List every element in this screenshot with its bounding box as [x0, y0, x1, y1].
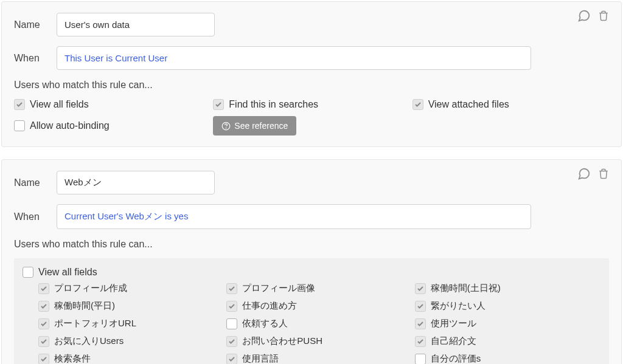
field-option: 自己紹介文: [415, 335, 600, 347]
name-row: Name: [14, 171, 609, 194]
see-reference-label: See reference: [234, 121, 288, 131]
field-option: 使用ツール: [415, 318, 600, 329]
field-checkbox[interactable]: [415, 301, 426, 312]
view-attached-checkbox[interactable]: [412, 99, 423, 110]
subtitle: Users who match this rule can...: [14, 239, 609, 250]
when-expression[interactable]: Current User's Webメン is yes: [57, 204, 531, 229]
field-checkbox[interactable]: [415, 336, 426, 347]
field-checkbox[interactable]: [38, 301, 49, 312]
field-option: 検索条件: [38, 353, 224, 364]
field-label: 繋がりたい人: [431, 300, 486, 312]
field-checkbox[interactable]: [226, 283, 237, 294]
field-checkbox[interactable]: [38, 318, 49, 329]
when-expression[interactable]: This User is Current User: [57, 46, 531, 70]
field-checkbox[interactable]: [226, 336, 237, 347]
field-checkbox[interactable]: [415, 318, 426, 329]
trash-icon[interactable]: [598, 168, 609, 179]
field-label: 自分の評価s: [431, 353, 481, 364]
view-all-fields-checkbox[interactable]: [23, 267, 33, 278]
field-checkbox[interactable]: [415, 283, 426, 294]
name-row: Name: [14, 13, 609, 36]
field-label: 仕事の進め方: [242, 300, 297, 312]
fields-box: View all fields プロフィール作成プロフィール画像稼働時間(土日祝…: [14, 258, 609, 364]
field-option: 仕事の進め方: [226, 300, 412, 312]
view-all-fields-option: View all fields: [23, 267, 600, 278]
field-option: 繋がりたい人: [415, 300, 600, 312]
field-label: ポートフォリオURL: [54, 318, 136, 329]
comment-icon[interactable]: [577, 167, 591, 180]
field-checkbox[interactable]: [38, 336, 49, 347]
subtitle: Users who match this rule can...: [14, 80, 609, 91]
field-option: お問い合わせPUSH: [226, 335, 412, 347]
when-row: When This User is Current User: [14, 46, 609, 70]
field-option: プロフィール画像: [226, 283, 412, 294]
find-in-searches-label: Find this in searches: [229, 99, 318, 110]
field-checkbox[interactable]: [226, 318, 237, 329]
field-checkbox[interactable]: [415, 354, 426, 365]
see-reference-button[interactable]: See reference: [213, 116, 296, 136]
view-all-fields-checkbox[interactable]: [14, 99, 25, 110]
field-label: お問い合わせPUSH: [242, 335, 322, 347]
field-label: 依頼する人: [242, 318, 288, 329]
field-option: 自分の評価s: [415, 353, 600, 364]
auto-binding-option: Allow auto-binding: [14, 120, 211, 131]
panel-actions: [577, 167, 609, 180]
field-checkbox[interactable]: [38, 354, 49, 365]
comment-icon[interactable]: [577, 9, 591, 22]
field-label: お気に入りUsers: [54, 335, 124, 347]
field-label: 使用言語: [242, 353, 279, 364]
svg-point-1: [226, 128, 227, 128]
field-label: プロフィール画像: [242, 283, 315, 294]
reference-cell: See reference: [213, 116, 409, 136]
field-option: ポートフォリオURL: [38, 318, 224, 329]
field-label: 使用ツール: [431, 318, 476, 329]
name-input[interactable]: [57, 171, 215, 194]
name-label: Name: [14, 177, 57, 188]
when-label: When: [14, 211, 57, 222]
name-label: Name: [14, 19, 57, 30]
panel-actions: [577, 9, 609, 22]
auto-binding-checkbox[interactable]: [14, 120, 25, 131]
field-option: お気に入りUsers: [38, 335, 224, 347]
field-option: 稼働時間(平日): [38, 300, 224, 312]
field-checkbox[interactable]: [226, 354, 237, 365]
trash-icon[interactable]: [598, 10, 609, 21]
when-label: When: [14, 53, 57, 64]
view-attached-option: View attached files: [412, 99, 609, 110]
find-in-searches-checkbox[interactable]: [213, 99, 224, 110]
field-option: 稼働時間(土日祝): [415, 283, 600, 294]
field-label: 検索条件: [54, 353, 91, 364]
view-all-fields-option: View all fields: [14, 99, 211, 110]
rule-panel: Name When Current User's Webメン is yes Us…: [1, 159, 622, 364]
view-all-fields-label: View all fields: [38, 267, 97, 278]
field-grid: プロフィール作成プロフィール画像稼働時間(土日祝)稼働時間(平日)仕事の進め方繋…: [38, 283, 600, 364]
field-label: 稼働時間(土日祝): [431, 283, 501, 294]
field-checkbox[interactable]: [226, 301, 237, 312]
view-attached-label: View attached files: [428, 99, 509, 110]
field-label: 稼働時間(平日): [54, 300, 115, 312]
view-all-fields-label: View all fields: [30, 99, 89, 110]
field-option: プロフィール作成: [38, 283, 224, 294]
field-label: プロフィール作成: [54, 283, 127, 294]
find-in-searches-option: Find this in searches: [213, 99, 409, 110]
auto-binding-label: Allow auto-binding: [30, 120, 110, 131]
field-option: 使用言語: [226, 353, 412, 364]
when-row: When Current User's Webメン is yes: [14, 204, 609, 229]
field-option: 依頼する人: [226, 318, 412, 329]
field-checkbox[interactable]: [38, 283, 49, 294]
rule-panel: Name When This User is Current User User…: [1, 1, 622, 147]
field-label: 自己紹介文: [431, 335, 476, 347]
permissions-grid: View all fields Find this in searches Vi…: [14, 99, 609, 136]
name-input[interactable]: [57, 13, 215, 36]
